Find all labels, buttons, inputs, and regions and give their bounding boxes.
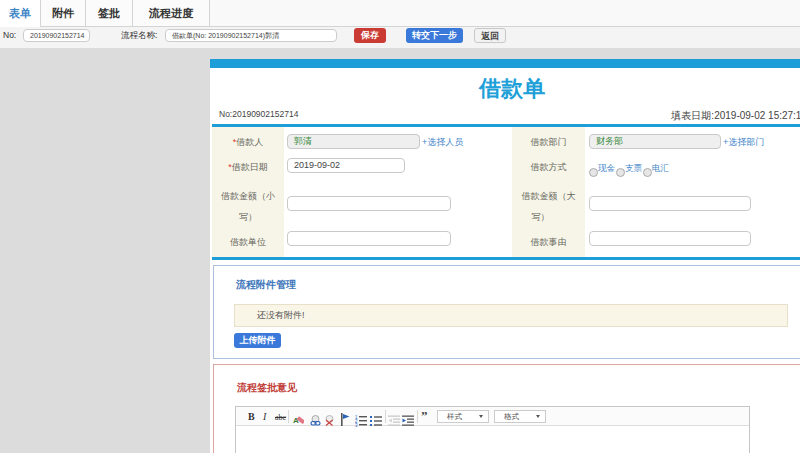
svg-text:3: 3 [355,423,358,428]
